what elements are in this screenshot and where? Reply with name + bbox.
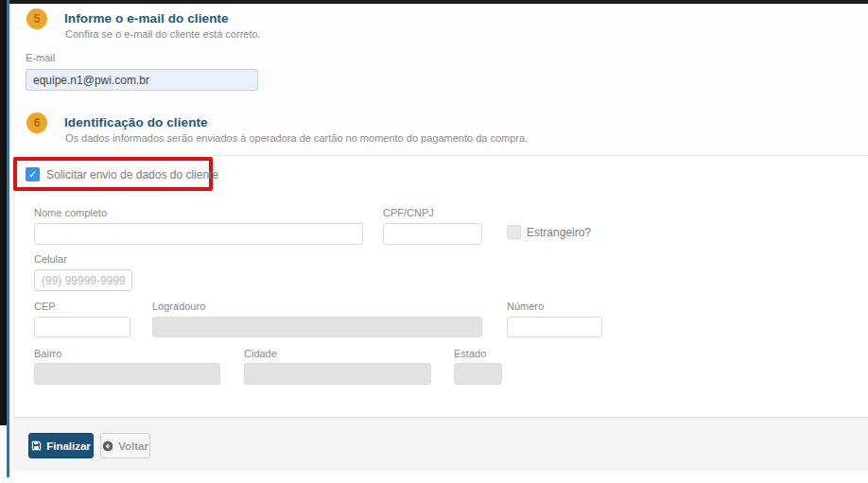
email-label: E-mail xyxy=(26,52,55,63)
step-5-subtitle: Confira se o e-mail do cliente está corr… xyxy=(65,28,261,40)
estado-input xyxy=(454,363,502,385)
celular-input[interactable] xyxy=(34,269,132,291)
estado-label: Estado xyxy=(454,348,486,359)
step-6-badge: 6 xyxy=(26,112,47,133)
cidade-input xyxy=(244,363,431,385)
checkmark-icon: ✓ xyxy=(28,168,37,181)
window-left-edge xyxy=(0,0,7,425)
voltar-button[interactable]: Voltar xyxy=(100,433,150,458)
finalizar-button[interactable]: Finalizar xyxy=(28,433,94,458)
step-6-number: 6 xyxy=(34,116,41,129)
bairro-label: Bairro xyxy=(34,348,61,359)
send-client-data-checkbox[interactable]: ✓ xyxy=(26,167,40,181)
step-6-title: Identificação do cliente xyxy=(64,115,208,129)
logradouro-label: Logradouro xyxy=(152,301,205,312)
save-icon xyxy=(31,440,42,451)
nome-completo-label: Nome completo xyxy=(34,207,107,218)
estrangeiro-checkbox[interactable] xyxy=(507,225,521,239)
estrangeiro-label: Estrangeiro? xyxy=(527,226,591,239)
numero-label: Número xyxy=(507,301,544,312)
numero-input[interactable] xyxy=(507,317,602,337)
step-6-subtitle: Os dados informados serão enviados à ope… xyxy=(65,132,528,144)
bairro-input xyxy=(34,363,220,385)
voltar-button-label: Voltar xyxy=(118,440,148,452)
email-input[interactable] xyxy=(26,69,258,91)
cep-input[interactable] xyxy=(34,317,130,337)
checkout-form-page: 5 Informe o e-mail do cliente Confira se… xyxy=(0,0,868,483)
celular-label: Celular xyxy=(34,253,67,265)
logradouro-input xyxy=(152,317,482,337)
window-top-edge xyxy=(0,0,868,4)
step-5-badge: 5 xyxy=(26,9,47,29)
nome-completo-input[interactable] xyxy=(34,223,363,245)
cep-label: CEP xyxy=(34,301,56,312)
back-arrow-icon xyxy=(102,440,113,452)
cpf-cnpj-input[interactable] xyxy=(383,223,482,245)
send-client-data-label: Solicitar envio de dados do cliente xyxy=(46,168,218,181)
step-5-title: Informe o e-mail do cliente xyxy=(64,11,229,26)
step-5-number: 5 xyxy=(34,12,41,26)
finalizar-button-label: Finalizar xyxy=(46,440,91,452)
page-left-border xyxy=(7,0,9,477)
cpf-cnpj-label: CPF/CNPJ xyxy=(383,207,434,218)
cidade-label: Cidade xyxy=(244,348,277,359)
